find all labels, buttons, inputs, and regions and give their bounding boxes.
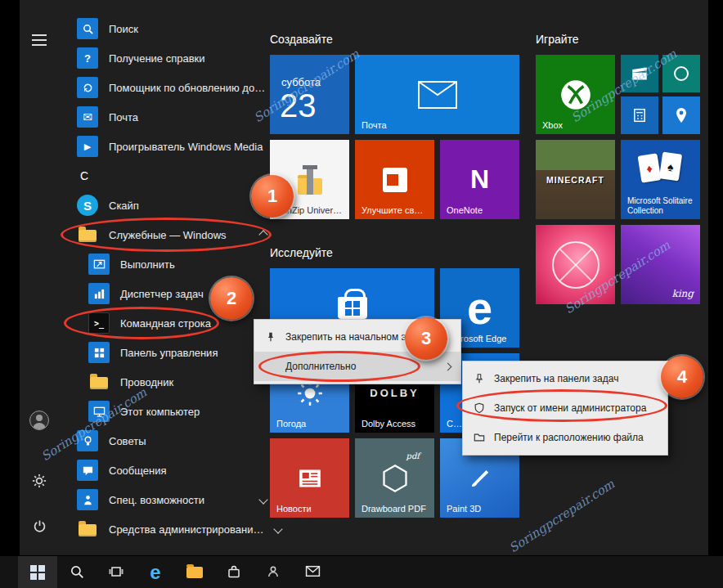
folder-icon: [186, 567, 203, 578]
user-account-button[interactable]: [28, 409, 51, 432]
control-panel-icon: [88, 342, 110, 363]
chevron-right-icon: [444, 362, 452, 370]
submenu-item-pin-to-taskbar[interactable]: Закрепить на панели задач: [463, 364, 667, 393]
tile-calculator[interactable]: [621, 97, 658, 134]
tile-calendar[interactable]: суббота 23: [270, 55, 349, 134]
app-item-label: Спец. возможности: [109, 494, 204, 506]
tile-label: Улучшите св…: [362, 205, 423, 215]
this-pc-monitor-icon: [88, 401, 110, 422]
tile-maps[interactable]: [662, 97, 700, 134]
tile-bubble-witch-game[interactable]: king: [621, 225, 700, 304]
tile-mail[interactable]: Почта: [355, 55, 519, 134]
hamburger-menu-button[interactable]: [28, 29, 51, 52]
tile-disney-game[interactable]: [536, 225, 615, 304]
tile-label: Почта: [362, 120, 387, 130]
folder-outline-icon: [473, 431, 486, 444]
app-item-admin-tools[interactable]: Средства администрировани…: [67, 514, 278, 544]
app-item-mail[interactable]: ✉ Почта: [67, 102, 278, 132]
task-view-button[interactable]: [97, 556, 136, 588]
windows-logo-icon: [30, 565, 45, 580]
person-icon: [266, 564, 281, 581]
taskbar-mail-button[interactable]: [293, 556, 332, 588]
tile-solitaire[interactable]: ♦ ♠ Microsoft Solitaire Collection: [621, 140, 700, 219]
settings-button[interactable]: [28, 470, 51, 493]
tile-winzip[interactable]: WinZip Univer…: [270, 140, 349, 219]
power-button[interactable]: [28, 516, 51, 539]
app-item-file-explorer[interactable]: Проводник: [67, 367, 278, 397]
start-button[interactable]: [18, 556, 57, 588]
group-title-explore: Исследуйте: [270, 246, 333, 259]
power-icon: [33, 519, 47, 536]
app-list-section-letter[interactable]: С: [67, 161, 278, 191]
menu-item-label: Перейти к расположению файла: [494, 432, 644, 443]
app-item-update-assistant[interactable]: Помощник по обновлению до…: [67, 73, 278, 102]
search-icon: [77, 18, 98, 39]
envelope-icon: [305, 564, 321, 581]
tile-office[interactable]: Улучшите св…: [355, 140, 434, 219]
tile-label: Drawboard PDF: [362, 504, 426, 514]
app-item-label: Средства администрировани…: [109, 523, 264, 536]
taskbar-store-button[interactable]: [214, 556, 254, 588]
app-item-label: Скайп: [109, 200, 139, 212]
menu-item-label: Запуск от имени администратора: [494, 402, 646, 414]
app-item-label: Выполнить: [120, 258, 175, 271]
tile-label: С…: [447, 419, 462, 429]
person-icon: [77, 489, 98, 510]
taskbar-search-button[interactable]: [57, 556, 97, 588]
app-item-label: Панель управления: [120, 347, 218, 359]
taskbar-people-button[interactable]: [254, 556, 293, 588]
playing-cards-icon: ♦ ♠: [636, 151, 685, 192]
taskbar: e: [0, 555, 723, 588]
app-item-search[interactable]: Поиск: [67, 14, 278, 43]
app-item-windows-system-folder[interactable]: Служебные — Windows: [67, 220, 278, 249]
tile-xbox[interactable]: Xbox: [536, 55, 615, 134]
shield-icon: [473, 402, 486, 415]
ferris-wheel-icon: [536, 225, 615, 304]
tile-label: Dolby Access: [362, 419, 415, 429]
app-item-windows-media-player[interactable]: ▶ Проигрыватель Windows Media: [67, 132, 278, 161]
taskbar-edge-button[interactable]: e: [136, 556, 175, 588]
tile-label: Microsoft Solitaire Collection: [627, 196, 695, 215]
ring-icon: [662, 55, 700, 92]
menu-item-label: Закрепить на панели задач: [494, 373, 618, 384]
tile-label: OneNote: [447, 205, 483, 215]
app-item-messages[interactable]: Сообщения: [67, 456, 278, 485]
calculator-icon: [621, 97, 658, 134]
tile-minecraft[interactable]: MINECRAFT: [536, 140, 615, 219]
app-item-label: Командная строка: [120, 317, 211, 330]
skype-icon: S: [77, 195, 98, 216]
app-item-run[interactable]: Выполнить: [67, 249, 278, 279]
tile-circle-app[interactable]: [662, 55, 700, 92]
app-item-this-pc[interactable]: Этот компьютер: [67, 397, 278, 426]
task-manager-icon: [88, 283, 110, 304]
app-item-control-panel[interactable]: Панель управления: [67, 338, 278, 367]
app-list: Поиск ? Получение справки Помощник по об…: [67, 14, 278, 544]
menu-item-label: Закрепить на начальном экране: [285, 331, 433, 343]
context-menu: Закрепить на начальном экране Дополнител…: [254, 319, 461, 384]
menu-item-pin-to-start[interactable]: Закрепить на начальном экране: [254, 322, 460, 352]
speech-bubble-icon: [77, 460, 98, 481]
tile-movies-tv[interactable]: [621, 55, 658, 92]
tile-news[interactable]: Новости: [270, 438, 349, 518]
update-assistant-icon: [77, 77, 98, 98]
app-item-tips[interactable]: Советы: [67, 426, 278, 456]
taskbar-file-explorer-button[interactable]: [175, 556, 214, 588]
clapperboard-icon: [621, 55, 658, 92]
app-item-skype[interactable]: S Скайп: [67, 191, 278, 220]
menu-item-more[interactable]: Дополнительно: [254, 352, 460, 381]
submenu-item-run-as-admin[interactable]: Запуск от имени администратора: [463, 393, 667, 423]
app-item-accessibility[interactable]: Спец. возможности: [67, 485, 278, 514]
tile-drawboard[interactable]: pdf Drawboard PDF: [355, 438, 434, 518]
app-item-label: Помощник по обновлению до…: [109, 82, 265, 94]
tile-label: Paint 3D: [447, 504, 481, 514]
lightbulb-icon: [77, 430, 98, 451]
calendar-day: 23: [280, 88, 317, 124]
app-item-task-manager[interactable]: Диспетчер задач: [67, 279, 278, 308]
folder-icon: [77, 224, 98, 245]
app-item-get-help[interactable]: ? Получение справки: [67, 43, 278, 73]
app-item-label: Получение справки: [109, 52, 205, 65]
tile-onenote[interactable]: N OneNote: [440, 140, 519, 219]
submenu-item-open-file-location[interactable]: Перейти к расположению файла: [463, 423, 667, 452]
app-item-command-prompt[interactable]: >_ Командная строка: [67, 308, 278, 338]
app-item-label: Поиск: [109, 23, 138, 35]
